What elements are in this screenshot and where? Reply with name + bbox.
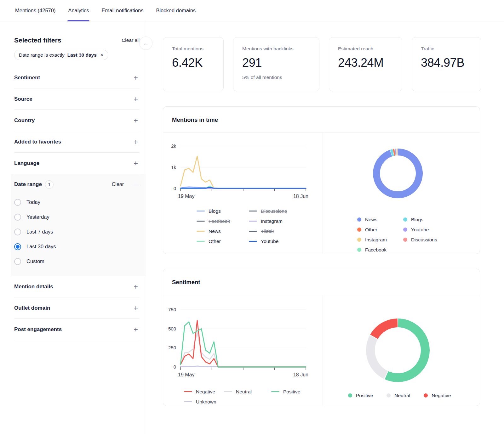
filter-chip[interactable]: Date range is exactly Last 30 days ✕ [14, 50, 108, 60]
legend-item-unknown[interactable]: Unknown [184, 398, 224, 406]
filter-section-source[interactable]: Source+ [14, 88, 140, 110]
stat-value: 291 [242, 56, 310, 70]
arrow-left-icon: ← [143, 40, 149, 47]
legend-item-news[interactable]: News [197, 227, 249, 235]
svg-text:19 May: 19 May [178, 372, 194, 377]
mentions-in-time-card: Mentions in time 2k1k019 May18 Jun Blogs… [163, 106, 480, 254]
date-option-last-30-days[interactable]: Last 30 days [14, 239, 140, 254]
tab-analytics[interactable]: Analytics [68, 0, 89, 21]
sentiment-card: Sentiment 750500250019 May18 Jun Negativ… [163, 269, 480, 406]
filter-section-added-to-favorites[interactable]: Added to favorites+ [14, 131, 140, 153]
legend-item-negative[interactable]: Negative [184, 388, 224, 396]
legend-item-discussions[interactable]: Discussions [249, 207, 306, 215]
clear-all-button[interactable]: Clear all [122, 37, 140, 43]
collapse-sidebar-button[interactable]: ← [139, 37, 152, 50]
legend-label: Youtube [261, 239, 278, 244]
legend-item-instagram[interactable]: Instagram [357, 236, 403, 244]
legend-item-instagram[interactable]: Instagram [249, 217, 306, 225]
legend-item-neutral[interactable]: Neutral [224, 388, 271, 396]
legend-item-negative[interactable]: Negative [424, 392, 451, 399]
legend-marker [357, 217, 361, 222]
plus-icon[interactable]: + [132, 304, 140, 312]
tab-blocked-domains[interactable]: Blocked domains [156, 0, 196, 21]
close-icon[interactable]: ✕ [100, 53, 104, 57]
legend-marker [224, 391, 232, 392]
legend-marker [403, 238, 407, 242]
radio-label: Custom [26, 258, 44, 264]
legend-item-other[interactable]: Other [197, 237, 249, 245]
legend-item-positive[interactable]: Positive [271, 388, 318, 396]
tab-email-notifications[interactable]: Email notifications [101, 0, 143, 21]
legend-label: Blogs [209, 208, 221, 214]
mentions-source-donut [323, 133, 480, 209]
plus-icon[interactable]: + [132, 138, 140, 146]
svg-text:0: 0 [174, 364, 176, 369]
legend-label: Discussions [261, 208, 287, 214]
filter-section-label: Sentiment [14, 75, 40, 81]
filter-chip-text: Date range is exactly [19, 52, 65, 58]
legend-item-facebook[interactable]: Facebook [197, 217, 249, 225]
legend-marker [197, 231, 205, 232]
radio-button[interactable] [14, 214, 21, 221]
analytics-page: Mentions (42570)AnalyticsEmail notificat… [0, 0, 504, 434]
date-option-today[interactable]: Today [14, 195, 140, 210]
stat-card-mentions-with-backlinks: Mentions with backlinks2915% of all ment… [233, 37, 319, 91]
filter-section-country[interactable]: Country+ [14, 110, 140, 131]
radio-button[interactable] [14, 199, 21, 206]
legend-item-neutral[interactable]: Neutral [387, 392, 410, 399]
legend-item-youtube[interactable]: Youtube [403, 226, 457, 234]
legend-marker [403, 228, 407, 232]
date-range-clear-button[interactable]: Clear [112, 182, 124, 187]
date-option-custom[interactable]: Custom [14, 254, 140, 269]
plus-icon[interactable]: + [132, 117, 140, 124]
legend-item-facebook[interactable]: Facebook [357, 246, 403, 254]
radio-label: Yesterday [26, 214, 49, 220]
plus-icon[interactable]: + [132, 95, 140, 103]
legend-label: Facebook [209, 218, 230, 224]
legend-marker [249, 231, 257, 232]
legend-label: Unknown [196, 399, 216, 405]
legend-item-youtube[interactable]: Youtube [249, 237, 306, 245]
filters-sidebar: Selected filters Clear all Date range is… [0, 21, 146, 434]
date-option-last-7-days[interactable]: Last 7 days [14, 224, 140, 239]
legend-item-blogs[interactable]: Blogs [197, 207, 249, 215]
plus-icon[interactable]: + [132, 326, 140, 333]
legend-marker [249, 211, 257, 211]
legend-item-blogs[interactable]: Blogs [403, 216, 457, 223]
legend-item-discussions[interactable]: Discussions [403, 236, 457, 244]
svg-text:0: 0 [174, 186, 176, 191]
legend-marker [197, 241, 205, 242]
legend-item-tiktok[interactable]: Tiktok [249, 227, 306, 235]
svg-text:19 May: 19 May [178, 194, 194, 199]
legend-marker [184, 401, 192, 402]
filter-section-outlet-domain[interactable]: Outlet domain+ [14, 297, 140, 319]
filter-section-language[interactable]: Language+ [14, 153, 140, 174]
legend-item-other[interactable]: Other [357, 226, 403, 234]
sentiment-title: Sentiment [163, 269, 480, 295]
filter-section-sentiment[interactable]: Sentiment+ [14, 67, 140, 88]
legend-marker [197, 221, 205, 222]
tab-mentions-[interactable]: Mentions (42570) [15, 0, 55, 21]
radio-button[interactable] [14, 228, 21, 235]
filter-section-post-engagements[interactable]: Post engagements+ [14, 319, 140, 340]
radio-button[interactable] [14, 243, 21, 250]
stat-value: 384.97B [421, 56, 472, 70]
filter-section-label: Language [14, 160, 39, 166]
svg-text:500: 500 [168, 326, 176, 331]
filter-chip-value: Last 30 days [67, 52, 97, 58]
legend-label: Negative [196, 389, 215, 395]
legend-label: Instagram [365, 237, 387, 243]
legend-marker [184, 391, 192, 392]
legend-item-positive[interactable]: Positive [348, 392, 373, 399]
collapse-section-icon[interactable]: — [132, 181, 140, 188]
stat-card-traffic: Traffic384.97B [412, 37, 481, 91]
legend-item-news[interactable]: News [357, 216, 403, 223]
plus-icon[interactable]: + [132, 74, 140, 82]
filter-section-label: Post engagements [14, 326, 62, 333]
date-option-yesterday[interactable]: Yesterday [14, 210, 140, 224]
stats-row: Total mentions6.42KMentions with backlin… [163, 37, 504, 91]
plus-icon[interactable]: + [132, 283, 140, 290]
filter-section-mention-details[interactable]: Mention details+ [14, 276, 140, 297]
radio-button[interactable] [14, 258, 21, 265]
plus-icon[interactable]: + [132, 160, 140, 167]
